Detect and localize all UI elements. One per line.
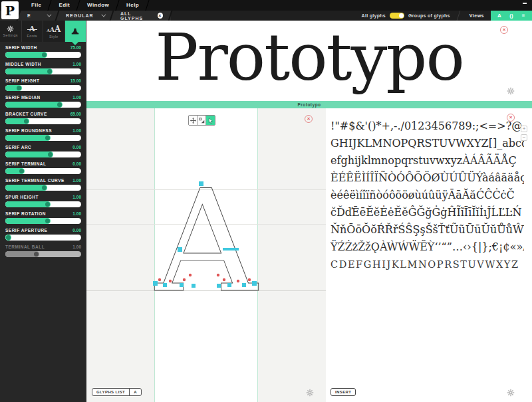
crossbar-handle[interactable] bbox=[223, 248, 239, 251]
control-point[interactable] bbox=[242, 283, 246, 287]
control-point[interactable] bbox=[163, 283, 167, 287]
variant-dropdown[interactable]: REGULAR bbox=[58, 11, 112, 21]
curve-point[interactable] bbox=[237, 280, 239, 282]
close-icon[interactable]: × bbox=[158, 13, 163, 19]
slider-label: SERIF ROUNDNESS bbox=[5, 128, 52, 133]
slider-knob[interactable] bbox=[19, 169, 24, 173]
slider-knob[interactable] bbox=[6, 235, 11, 240]
control-point[interactable] bbox=[192, 284, 196, 288]
glyphs-list-button[interactable]: GLYPHS LIST bbox=[92, 389, 129, 395]
slider-track[interactable] bbox=[5, 235, 81, 241]
glyph-dropdown[interactable]: E bbox=[19, 11, 58, 21]
slider-value: 65.00 bbox=[70, 112, 81, 116]
slider-list: SERIF WIDTH75.00MIDDLE WIDTH1.00SERIF HE… bbox=[0, 43, 86, 259]
slider-track[interactable] bbox=[5, 251, 81, 257]
slider-track[interactable] bbox=[5, 52, 81, 58]
preview-text: Prototypo bbox=[86, 21, 532, 101]
menu-window[interactable]: Window bbox=[78, 0, 118, 11]
select-tool[interactable] bbox=[206, 116, 215, 125]
specimen-line: ÈÉÊËÌÍÎÏÑÒÓÔÕÖØÙÚÛÜÝàáâãäåç bbox=[331, 169, 524, 187]
slider-track[interactable] bbox=[5, 151, 81, 157]
sidebar-tabs: Settings A Fonts AAA Style bbox=[0, 21, 86, 42]
slider-knob[interactable] bbox=[45, 136, 50, 140]
curve-point[interactable] bbox=[248, 278, 251, 281]
font-preview-panel[interactable]: Prototypo × bbox=[86, 21, 532, 101]
menu-file[interactable]: File bbox=[23, 0, 50, 11]
tab-style[interactable]: AAA Style bbox=[43, 21, 65, 42]
slider-serif-arc: SERIF ARC0.00 bbox=[0, 143, 86, 159]
node-tool[interactable] bbox=[198, 116, 206, 125]
slider-value: 1.00 bbox=[72, 195, 81, 199]
slider-knob[interactable] bbox=[48, 152, 53, 157]
curve-point[interactable] bbox=[169, 280, 172, 282]
curve-point[interactable] bbox=[183, 278, 186, 281]
glyph-outline-A[interactable]: A bbox=[154, 159, 259, 324]
slider-track[interactable] bbox=[5, 135, 81, 141]
slider-track[interactable] bbox=[5, 118, 81, 124]
tab-fonts[interactable]: A Fonts bbox=[22, 21, 44, 42]
glyph-group-chip[interactable]: ALL GLYPHS× bbox=[112, 11, 171, 21]
slider-track[interactable] bbox=[5, 201, 81, 207]
move-tool[interactable] bbox=[189, 116, 198, 125]
tab-settings[interactable]: Settings bbox=[0, 21, 22, 42]
slider-label: SERIF APERTURE bbox=[5, 228, 47, 233]
slider-knob[interactable] bbox=[57, 102, 62, 107]
close-icon[interactable]: × bbox=[507, 114, 515, 122]
close-icon[interactable]: × bbox=[305, 115, 313, 123]
slider-value: 1.00 bbox=[72, 62, 81, 66]
slider-knob[interactable] bbox=[17, 86, 21, 90]
slider-knob[interactable] bbox=[42, 52, 47, 57]
glyphs-mode-toggle[interactable] bbox=[390, 13, 404, 19]
window-minimize-icon[interactable] bbox=[523, 3, 527, 4]
prototypo-logo[interactable]: P bbox=[1, 1, 19, 19]
control-point[interactable] bbox=[178, 247, 182, 252]
slider-knob[interactable] bbox=[34, 252, 39, 256]
slider-track[interactable] bbox=[5, 168, 81, 174]
list-view-button[interactable]: ≡ bbox=[519, 12, 528, 19]
curve-point[interactable] bbox=[223, 278, 225, 281]
slider-knob[interactable] bbox=[42, 185, 47, 190]
tab-serifs[interactable] bbox=[65, 21, 87, 42]
views-button[interactable]: Views bbox=[463, 13, 491, 18]
family-bar[interactable]: Prototypo bbox=[86, 101, 532, 108]
slider-track[interactable] bbox=[5, 185, 81, 191]
glyph-view-button[interactable]: A bbox=[495, 12, 504, 19]
slider-label: SERIF ARC bbox=[5, 145, 31, 150]
slider-track[interactable] bbox=[5, 102, 81, 108]
menu-edit[interactable]: Edit bbox=[50, 0, 78, 11]
control-point[interactable] bbox=[252, 281, 257, 286]
specimen-text[interactable]: !"#$&'()*+,-./0123456789:;<=>?@ABCDEGHIJ… bbox=[331, 118, 524, 273]
gear-icon[interactable] bbox=[507, 87, 515, 95]
control-point[interactable] bbox=[227, 283, 231, 287]
gear-icon[interactable] bbox=[507, 389, 515, 397]
close-icon[interactable]: × bbox=[500, 26, 508, 34]
slider-label: SERIF WIDTH bbox=[5, 45, 37, 50]
slider-track[interactable] bbox=[5, 85, 81, 91]
current-glyph-button[interactable]: A bbox=[129, 389, 141, 395]
control-point[interactable] bbox=[153, 281, 158, 286]
control-point[interactable] bbox=[217, 284, 221, 288]
curve-point[interactable] bbox=[217, 274, 219, 276]
curve-point[interactable] bbox=[158, 278, 161, 281]
slider-knob[interactable] bbox=[47, 69, 52, 74]
zoom-in-button[interactable]: + bbox=[521, 126, 527, 132]
slider-knob[interactable] bbox=[45, 202, 50, 207]
specimen-line: čĎďĒēĔĕĖėĚěĜĞğĠġĤĨĩĪīĬĭİıĴĹĽĿŃ bbox=[331, 204, 524, 221]
control-point[interactable] bbox=[199, 181, 203, 186]
text-view-button[interactable]: () bbox=[507, 12, 516, 19]
slider-track[interactable] bbox=[5, 218, 81, 224]
menu-help[interactable]: Help bbox=[118, 0, 148, 11]
slider-knob[interactable] bbox=[24, 119, 29, 124]
specimen-line: GHIJKLMNOPQRSTUVWXYZ[]_abcd bbox=[331, 135, 524, 152]
zoom-out-button[interactable]: − bbox=[521, 134, 527, 141]
slider-track[interactable] bbox=[5, 68, 81, 74]
insert-button[interactable]: INSERT bbox=[331, 388, 356, 396]
slider-serif-height: SERIF HEIGHT15.00 bbox=[0, 76, 86, 93]
gear-icon[interactable] bbox=[306, 389, 314, 397]
control-point[interactable] bbox=[180, 283, 184, 287]
curve-point[interactable] bbox=[189, 274, 192, 276]
menu-items: FileEditWindowHelp bbox=[23, 0, 148, 11]
slider-knob[interactable] bbox=[45, 219, 50, 223]
zoom-controls: + − bbox=[521, 126, 527, 141]
logo-letter: P bbox=[5, 3, 15, 18]
